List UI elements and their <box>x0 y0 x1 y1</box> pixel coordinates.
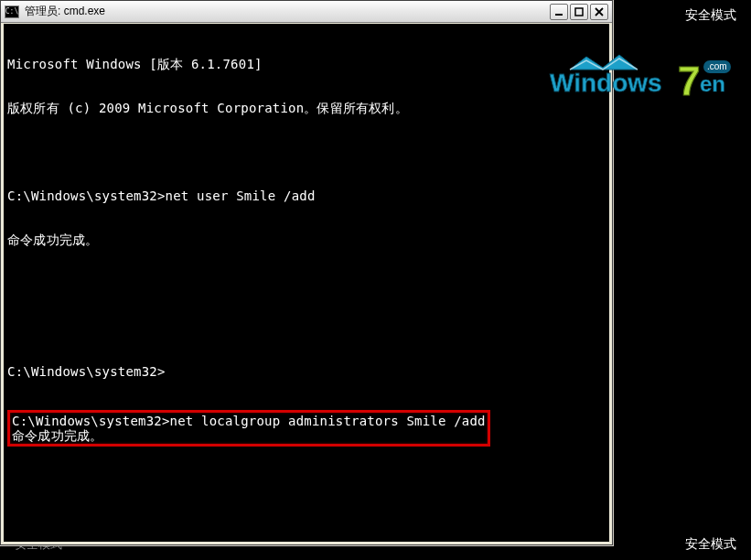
highlight-box: C:\Windows\system32>net localgroup admin… <box>7 408 609 448</box>
command-text: net localgroup administrators Smile /add <box>170 414 486 428</box>
svg-rect-2 <box>703 60 731 73</box>
terminal-line: C:\Windows\system32>net user Smile /add <box>7 188 609 203</box>
maximize-icon <box>574 7 584 16</box>
terminal-line: C:\Windows\system32> <box>7 364 609 379</box>
watermark-text: 7 <box>678 59 700 101</box>
terminal-blank <box>7 276 609 291</box>
terminal-line: C:\Windows\system32>net localgroup admin… <box>12 414 486 428</box>
terminal-blank <box>7 145 609 159</box>
svg-rect-1 <box>575 8 583 16</box>
cmd-window: C:\ 管理员: cmd.exe Microsoft Windows [版本 6… <box>0 0 613 545</box>
close-icon <box>595 7 604 16</box>
safe-mode-label-top: 安全模式 <box>685 7 736 24</box>
watermark-text: .com <box>707 61 727 71</box>
maximize-button[interactable] <box>570 4 588 20</box>
titlebar[interactable]: C:\ 管理员: cmd.exe <box>1 1 612 23</box>
terminal-blank <box>7 522 609 536</box>
safe-mode-label-bottom: 安全模式 <box>685 536 736 553</box>
cmd-icon: C:\ <box>5 5 19 18</box>
terminal-line: 版权所有 (c) 2009 Microsoft Corporation。保留所有… <box>7 101 609 115</box>
window-title: 管理员: cmd.exe <box>25 4 550 19</box>
window-controls <box>550 4 608 20</box>
terminal-blank <box>7 478 609 492</box>
minimize-icon <box>554 7 563 16</box>
close-button[interactable] <box>590 4 608 20</box>
terminal-line: 命令成功完成。 <box>7 232 609 247</box>
prompt: C:\Windows\system32> <box>7 188 166 203</box>
prompt: C:\Windows\system32> <box>12 414 170 428</box>
terminal-area[interactable]: Microsoft Windows [版本 6.1.7601] 版权所有 (c)… <box>4 24 609 542</box>
terminal-line: 命令成功完成。 <box>12 428 486 443</box>
command-text: net user Smile /add <box>166 188 316 203</box>
minimize-button[interactable] <box>550 4 568 20</box>
terminal-blank <box>7 320 609 335</box>
terminal-line: Microsoft Windows [版本 6.1.7601] <box>7 57 609 71</box>
watermark-text: en <box>700 71 725 96</box>
svg-rect-0 <box>555 14 563 16</box>
